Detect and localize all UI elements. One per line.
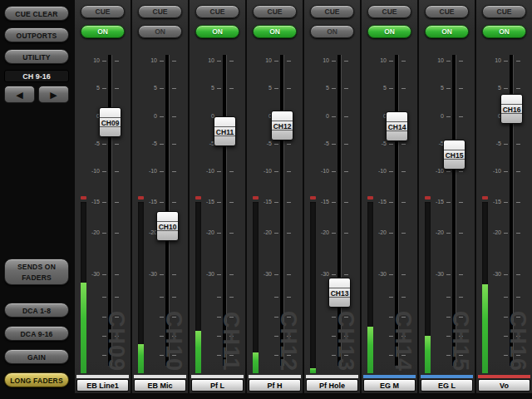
fader-cap[interactable]: CH14	[386, 111, 408, 141]
channel-strip: CUE ON CH15 1050-5-10-15-20-30 CH15 EG L	[419, 0, 475, 393]
on-button[interactable]: ON	[482, 25, 526, 38]
scale-tick	[459, 297, 463, 298]
scale-tick	[504, 274, 508, 275]
scale-tick	[344, 116, 348, 117]
scale-tick	[401, 317, 406, 318]
on-button[interactable]: ON	[138, 25, 182, 38]
fader-track[interactable]	[337, 55, 342, 366]
cue-button[interactable]: CUE	[310, 5, 354, 18]
fader-track[interactable]	[395, 55, 399, 366]
cue-clear-button[interactable]: CUE CLEAR	[4, 6, 69, 21]
scale-tick	[344, 233, 348, 234]
scale-tick	[332, 355, 336, 356]
scale-tick	[229, 297, 234, 298]
scale-tick	[102, 336, 106, 337]
scale-tick	[516, 317, 520, 318]
scale-tick	[229, 61, 234, 62]
scale-tick	[172, 274, 176, 275]
outports-button[interactable]: OUTPORTS	[4, 27, 69, 42]
scale-tick	[274, 233, 278, 234]
channel-name[interactable]: Pf Hole	[306, 379, 358, 392]
scale-tick	[516, 336, 520, 337]
scale-tick	[115, 61, 119, 62]
fader-cap[interactable]: CH15	[443, 140, 466, 170]
scale-tick	[389, 233, 393, 234]
cue-button[interactable]: CUE	[138, 5, 182, 18]
fader-cap[interactable]: CH10	[156, 211, 179, 241]
scale-tick	[102, 61, 106, 62]
fader-cap[interactable]: CH09	[99, 107, 121, 137]
fader-cap-label: CH14	[387, 121, 407, 131]
channel-name[interactable]: Vo	[478, 379, 530, 392]
scale-tick	[504, 233, 508, 234]
scale-tick	[344, 274, 348, 275]
on-button[interactable]: ON	[253, 25, 297, 38]
scale-tick	[160, 144, 164, 145]
db-scale-label: 10	[363, 57, 387, 64]
fader-cap[interactable]: CH11	[214, 116, 236, 146]
gain-button[interactable]: GAIN	[4, 349, 69, 364]
scale-tick	[446, 355, 451, 356]
dca-1-8-button[interactable]: DCA 1-8	[4, 303, 69, 318]
scale-tick	[287, 144, 291, 145]
scale-tick	[459, 202, 463, 203]
scale-tick	[287, 355, 291, 356]
fader-track[interactable]	[108, 55, 112, 366]
fader-cap[interactable]: CH13	[328, 278, 351, 308]
fader-track[interactable]	[452, 55, 456, 366]
scale-tick	[287, 88, 291, 89]
scale-tick	[446, 274, 451, 275]
fader-track[interactable]	[165, 55, 170, 366]
scale-tick	[516, 274, 520, 275]
scale-tick	[160, 202, 164, 203]
meter-clip-indicator	[253, 196, 259, 200]
long-faders-button[interactable]: LONG FADERS	[4, 372, 69, 387]
utility-button[interactable]: UTILITY	[4, 49, 69, 64]
scale-tick	[229, 171, 234, 172]
cue-button[interactable]: CUE	[195, 5, 239, 18]
channel-name[interactable]: EB Line1	[76, 379, 129, 392]
scale-tick	[332, 317, 336, 318]
fader-track[interactable]	[223, 55, 227, 366]
channel-name[interactable]: EG M	[363, 379, 416, 392]
fader-cap[interactable]: CH12	[271, 111, 293, 140]
scale-tick	[274, 355, 278, 356]
scale-tick	[102, 88, 106, 89]
channel-name[interactable]: EG L	[421, 379, 473, 392]
scale-tick	[102, 144, 106, 145]
on-button[interactable]: ON	[195, 25, 239, 38]
cue-button[interactable]: CUE	[81, 5, 125, 18]
bank-next-button[interactable]: ▶	[38, 86, 69, 103]
channel-bank-label: CH 9-16	[4, 70, 69, 82]
scale-tick	[274, 202, 278, 203]
scale-tick	[229, 336, 234, 337]
cue-button[interactable]: CUE	[367, 5, 411, 18]
dca-9-16-button[interactable]: DCA 9-16	[4, 326, 69, 341]
level-meter	[138, 202, 144, 373]
channel-name[interactable]: EB Mic	[134, 379, 186, 392]
channel-name[interactable]: Pf L	[191, 379, 244, 392]
cue-button[interactable]: CUE	[482, 5, 526, 18]
on-button[interactable]: ON	[425, 25, 469, 38]
channel-strips: CUE ON CH09 1050-5-10-15-20-30 CH09 EB L…	[74, 0, 532, 399]
db-scale-label: 10	[421, 57, 444, 64]
on-button[interactable]: ON	[367, 25, 411, 38]
scale-tick	[287, 202, 291, 203]
db-scale-label: 0	[191, 113, 214, 120]
channel-color-bar	[478, 375, 530, 378]
db-scale-label: 5	[363, 85, 387, 91]
db-scale-label: 0	[76, 113, 100, 120]
fader-cap[interactable]: CH16	[500, 94, 523, 124]
scale-tick	[217, 274, 221, 275]
on-button[interactable]: ON	[81, 25, 125, 38]
channel-name[interactable]: Pf H	[249, 379, 301, 392]
scale-tick	[172, 144, 176, 145]
level-meter	[482, 202, 488, 373]
on-button[interactable]: ON	[310, 25, 354, 38]
db-scale-label: 10	[191, 57, 214, 64]
sends-on-faders-button[interactable]: SENDS ON FADERS	[4, 259, 69, 285]
cue-button[interactable]: CUE	[253, 5, 297, 18]
fader-track[interactable]	[280, 55, 284, 366]
bank-prev-button[interactable]: ◀	[4, 86, 35, 103]
cue-button[interactable]: CUE	[425, 5, 469, 18]
